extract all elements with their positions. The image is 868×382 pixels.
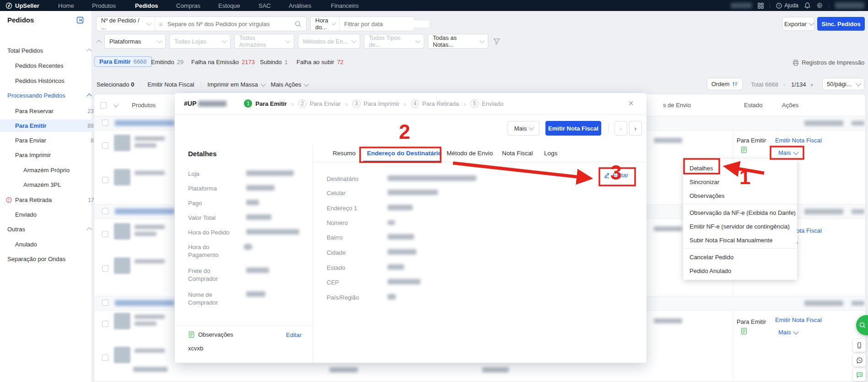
search-icon[interactable] (295, 21, 302, 27)
sidebar-item-pedidos-recentes[interactable]: Pedidos Recentes (0, 60, 107, 72)
emit-invoice-link[interactable]: Emitir Nota Fiscal (775, 137, 822, 144)
sidebar-item-total-pedidos[interactable]: Total Pedidos (0, 44, 99, 57)
nav-compras[interactable]: Compras (176, 0, 200, 11)
dropdown-item-sincronizar[interactable]: Sincronizar (683, 175, 797, 189)
modal-emit-invoice-button[interactable]: Emitir Nota Fiscal (545, 121, 601, 136)
gear-icon[interactable] (816, 2, 823, 9)
order-checkbox[interactable] (102, 300, 108, 306)
sidebar-item-outras[interactable]: Outras (0, 223, 99, 235)
panel-expand-icon[interactable] (76, 16, 84, 24)
tab-endereco-destinatario[interactable]: Endereço do Destinatário (367, 150, 442, 157)
sidebar-item-enviado[interactable]: Enviado (0, 208, 107, 221)
next-page-button[interactable]: › (811, 81, 813, 88)
tab-nota-fiscal[interactable]: Nota Fiscal (502, 150, 533, 157)
whatsapp-button[interactable] (853, 354, 866, 366)
nota-verde-icon[interactable] (740, 327, 748, 335)
brand-logo[interactable]: UpSeller (5, 0, 39, 11)
close-icon[interactable]: × (628, 98, 634, 109)
step-chevron-icon: › (345, 100, 348, 108)
observations-edit-link[interactable]: Editar (286, 332, 302, 338)
order-checkbox[interactable] (102, 208, 108, 214)
prev-order-button[interactable]: ‹ (615, 121, 627, 136)
order-types-select[interactable]: Todos Tipos de... (364, 34, 424, 49)
nav-analises[interactable]: Análises (289, 0, 311, 11)
nav-financeiro[interactable]: Financeiro (331, 0, 359, 11)
nav-home[interactable]: Home (58, 0, 74, 11)
dropdown-item-observacoes[interactable]: Observações (683, 189, 797, 202)
status-tab-para-emitir[interactable]: Para Emitir6668 (94, 56, 152, 67)
sidebar-item-pedidos-historicos[interactable]: Pedidos Históricos (0, 75, 107, 87)
stores-select[interactable]: Todas Lojas (169, 34, 231, 49)
tab-logs[interactable]: Logs (544, 150, 557, 157)
status-tab-subindo[interactable]: Subindo1 (260, 59, 288, 65)
apps-grid-icon[interactable] (758, 3, 764, 9)
dropdown-item-observacao-nfe[interactable]: Observação da NF-e (Exibida no Danfe) (683, 206, 797, 219)
print-logs-button[interactable]: Registros de Impressão (793, 59, 864, 66)
prev-page-button[interactable]: ‹ (783, 81, 785, 88)
sidebar-item-para-emitir[interactable]: Para Emitir8943 (0, 120, 107, 132)
nav-sac[interactable]: SAC (259, 0, 271, 11)
sidebar-item-para-reservar[interactable]: Para Reservar2371 (0, 105, 107, 117)
prev-icon: ‹ (620, 125, 622, 132)
redacted-product-text (135, 225, 165, 229)
select-all-checkbox[interactable] (100, 102, 107, 109)
status-tab-label: Falha ao subir (297, 59, 334, 65)
sidebar-item-separacao-por-ondas[interactable]: Separação por Ondas (0, 253, 99, 265)
dropdown-item-emitir-nfe-contingencia[interactable]: Emitir NF-e (servidor de contingência) (683, 219, 797, 233)
tab-resumo[interactable]: Resumo (333, 150, 356, 157)
sidebar-item-para-enviar[interactable]: Para Enviar895 (0, 134, 107, 147)
sidebar-item-anulado[interactable]: Anulado (0, 238, 107, 251)
phone-contact-button[interactable] (853, 339, 866, 352)
order-checkbox[interactable] (102, 120, 108, 126)
row-more-button[interactable]: Mais (778, 149, 797, 156)
shipping-methods-select[interactable]: Métodos de En... (298, 34, 360, 49)
page-size-select[interactable]: 50/pági... (822, 78, 864, 90)
status-tab-falha-subir[interactable]: Falha ao subir72 (297, 59, 344, 65)
modal-more-button[interactable]: Mais (507, 121, 539, 136)
date-filter-input[interactable] (340, 21, 429, 27)
help-button[interactable]: ? Ajuda (776, 2, 798, 9)
invoices-select[interactable]: Todas as Notas... (428, 34, 488, 49)
platforms-select[interactable]: Plataformas (104, 34, 166, 49)
filter-funnel-icon[interactable] (493, 38, 500, 45)
chevron-down-icon[interactable] (113, 102, 119, 107)
sidebar-item-processando-pedidos[interactable]: Processando Pedidos (0, 89, 99, 102)
more-actions-button[interactable]: Mais Ações (271, 81, 307, 88)
nav-estoque[interactable]: Estoque (218, 0, 240, 11)
export-button[interactable]: Exportar (782, 17, 814, 31)
next-order-button[interactable]: › (629, 121, 642, 136)
bell-icon[interactable] (804, 2, 810, 9)
row-checkbox[interactable] (102, 231, 108, 237)
row-checkbox[interactable] (102, 355, 108, 361)
row-checkbox[interactable] (102, 142, 108, 149)
row-checkbox[interactable] (102, 321, 108, 327)
row-checkbox[interactable] (102, 265, 108, 272)
dropdown-item-pedido-anulado[interactable]: Pedido Anulado (683, 264, 797, 278)
bulk-emit-invoice-button[interactable]: Emitir Nota Fiscal (147, 81, 194, 88)
sidebar-item-para-retirada[interactable]: Para Retirada1711 (0, 194, 107, 206)
order-number-select[interactable]: Nº de Pedido / ... (97, 17, 155, 31)
row-checkbox[interactable] (102, 177, 108, 183)
nota-verde-icon[interactable] (740, 146, 748, 153)
row-more-button[interactable]: Mais (778, 329, 797, 336)
dropdown-item-detalhes[interactable]: Detalhes (683, 161, 797, 175)
order-sort-button[interactable]: Ordem (707, 78, 743, 90)
edit-address-button[interactable]: Editar (604, 172, 628, 179)
observations-row: Observações (188, 331, 233, 338)
nav-produtos[interactable]: Produtos (92, 0, 116, 11)
sidebar: Pedidos Total Pedidos Pedidos Recentes P… (0, 11, 92, 382)
dropdown-item-cancelar-pedido[interactable]: Cancelar Pedido (683, 250, 797, 264)
chat-button[interactable] (853, 368, 866, 381)
nav-pedidos[interactable]: Pedidos (135, 0, 158, 11)
time-type-select[interactable]: Hora do... (311, 17, 340, 31)
tab-metodo-envio[interactable]: Método de Envio (447, 150, 493, 157)
sidebar-item-para-imprimir[interactable]: Para Imprimir (0, 149, 107, 161)
sync-orders-button[interactable]: Sinc. Pedidos (817, 17, 865, 31)
order-search-input[interactable] (167, 20, 295, 28)
status-tab-emitindo[interactable]: Emitindo29 (151, 59, 183, 65)
status-tab-falha-emissao[interactable]: Falha na Emissão2173 (191, 59, 255, 65)
warehouses-select[interactable]: Todos Armazéns (234, 34, 294, 49)
emit-invoice-link[interactable]: Emitir Nota Fiscal (775, 317, 822, 323)
dropdown-item-subir-nota-manualmente[interactable]: Subir Nota Fiscal Manualmente (683, 233, 797, 247)
bulk-print-button[interactable]: Imprimir em Massa (207, 81, 264, 88)
